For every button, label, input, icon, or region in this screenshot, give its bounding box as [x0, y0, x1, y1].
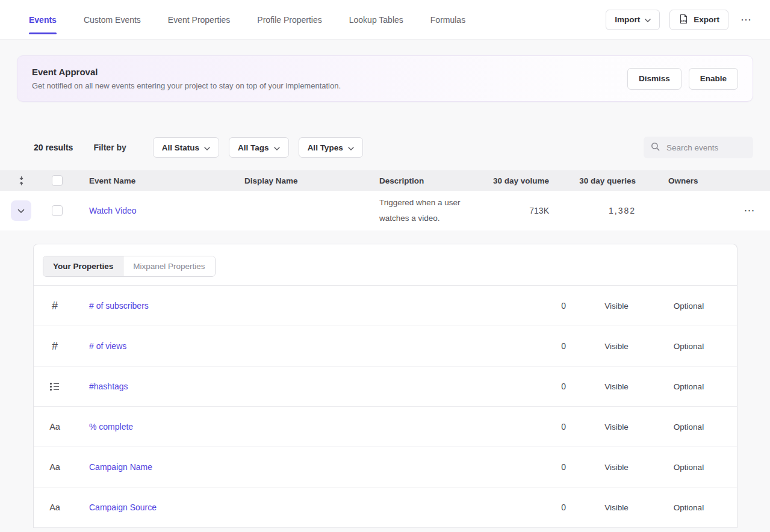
- collapse-rows-icon[interactable]: [0, 176, 42, 185]
- import-label: Import: [615, 15, 640, 24]
- event-name-link[interactable]: Watch Video: [89, 206, 137, 215]
- property-visibility[interactable]: Visible: [580, 463, 653, 472]
- tab-mixpanel-properties[interactable]: Mixpanel Properties: [123, 256, 214, 276]
- event-description: Triggered when a user watches a video.: [362, 195, 477, 226]
- tab-event-properties[interactable]: Event Properties: [168, 13, 231, 27]
- export-csv-icon: csv: [678, 14, 689, 26]
- number-type-icon: [48, 339, 61, 353]
- property-name-link[interactable]: % complete: [76, 422, 502, 431]
- collapse-row-button[interactable]: [11, 200, 31, 221]
- search-events-box: [644, 137, 753, 158]
- tab-events[interactable]: Events: [29, 13, 57, 27]
- banner-text: Event Approval Get notified on all new e…: [32, 67, 341, 90]
- search-icon: [651, 142, 660, 153]
- property-row: Campaign Source 0 Visible Optional: [34, 487, 737, 528]
- property-requirement[interactable]: Optional: [653, 463, 725, 472]
- list-type-icon: [48, 380, 61, 393]
- select-all-checkbox[interactable]: [52, 175, 63, 186]
- property-requirement[interactable]: Optional: [653, 382, 725, 391]
- property-name-link[interactable]: #hashtags: [76, 382, 502, 391]
- property-count: 0: [502, 503, 580, 512]
- properties-panel: Your Properties Mixpanel Properties # of…: [33, 244, 737, 528]
- results-count: 20 results: [34, 143, 73, 152]
- chevron-down-icon: [348, 143, 354, 152]
- text-type-icon: [48, 460, 61, 474]
- column-description: Description: [362, 176, 477, 185]
- property-name-link[interactable]: # of views: [76, 341, 502, 351]
- banner-title: Event Approval: [32, 67, 341, 77]
- event-row: Watch Video Triggered when a user watche…: [0, 191, 770, 230]
- tab-custom-events[interactable]: Custom Events: [84, 13, 141, 27]
- column-event-name: Event Name: [72, 176, 228, 185]
- enable-button[interactable]: Enable: [689, 68, 738, 90]
- tab-lookup-tables[interactable]: Lookup Tables: [349, 13, 403, 27]
- property-count: 0: [502, 382, 580, 391]
- property-count: 0: [502, 341, 580, 351]
- event-queries: 1,382: [554, 206, 638, 215]
- property-row: Campaign Name 0 Visible Optional: [34, 447, 737, 487]
- column-display-name: Display Name: [228, 176, 362, 185]
- property-name-link[interactable]: Campaign Name: [76, 462, 502, 472]
- property-visibility[interactable]: Visible: [580, 342, 653, 351]
- property-requirement[interactable]: Optional: [653, 422, 725, 431]
- property-visibility[interactable]: Visible: [580, 382, 653, 391]
- tab-profile-properties[interactable]: Profile Properties: [257, 13, 321, 27]
- property-name-link[interactable]: # of subscribers: [76, 301, 502, 311]
- property-visibility[interactable]: Visible: [580, 302, 653, 311]
- status-filter-label: All Status: [162, 143, 199, 152]
- column-30-day-queries: 30 day queries: [554, 176, 638, 185]
- property-name-link[interactable]: Campaign Source: [76, 503, 502, 512]
- property-visibility[interactable]: Visible: [580, 503, 653, 512]
- tab-formulas[interactable]: Formulas: [430, 13, 465, 27]
- property-requirement[interactable]: Optional: [653, 342, 725, 351]
- property-count: 0: [502, 462, 580, 472]
- number-type-icon: [48, 299, 61, 312]
- row-checkbox[interactable]: [52, 205, 63, 216]
- column-owners: Owners: [638, 176, 724, 185]
- filter-row: 20 results Filter by All Status All Tags…: [17, 137, 753, 158]
- svg-text:csv: csv: [681, 18, 687, 22]
- filter-by-label: Filter by: [93, 143, 126, 152]
- banner-actions: Dismiss Enable: [627, 68, 738, 90]
- event-approval-banner: Event Approval Get notified on all new e…: [17, 55, 753, 102]
- events-table-header: Event Name Display Name Description 30 d…: [0, 170, 770, 191]
- property-requirement[interactable]: Optional: [653, 302, 725, 311]
- chevron-down-icon: [645, 15, 651, 24]
- export-label: Export: [694, 15, 719, 24]
- column-30-day-volume: 30 day volume: [477, 176, 554, 185]
- search-input[interactable]: [665, 143, 746, 153]
- properties-tab-group: Your Properties Mixpanel Properties: [43, 256, 216, 277]
- property-row: % complete 0 Visible Optional: [34, 407, 737, 447]
- banner-description: Get notified on all new events entering …: [32, 81, 341, 90]
- property-row: #hashtags 0 Visible Optional: [34, 367, 737, 407]
- types-filter-dropdown[interactable]: All Types: [299, 137, 363, 158]
- more-options-button[interactable]: ⋯: [738, 13, 754, 26]
- lexicon-tabs: Events Custom Events Event Properties Pr…: [16, 13, 465, 27]
- status-filter-dropdown[interactable]: All Status: [153, 137, 219, 158]
- property-count: 0: [502, 301, 580, 311]
- types-filter-label: All Types: [308, 143, 343, 152]
- text-type-icon: [48, 501, 61, 514]
- text-type-icon: [48, 420, 61, 433]
- tags-filter-dropdown[interactable]: All Tags: [229, 137, 289, 158]
- chevron-down-icon: [17, 206, 25, 215]
- property-row: # of subscribers 0 Visible Optional: [34, 286, 737, 326]
- export-button[interactable]: csv Export: [669, 10, 728, 30]
- chevron-down-icon: [274, 143, 280, 152]
- properties-tabbar: Your Properties Mixpanel Properties: [34, 244, 737, 286]
- dismiss-button[interactable]: Dismiss: [627, 68, 682, 90]
- property-visibility[interactable]: Visible: [580, 422, 653, 431]
- tags-filter-label: All Tags: [238, 143, 269, 152]
- chevron-down-icon: [204, 143, 210, 152]
- top-navigation: Events Custom Events Event Properties Pr…: [0, 0, 770, 40]
- tab-your-properties[interactable]: Your Properties: [43, 256, 123, 276]
- event-volume: 713K: [477, 206, 554, 215]
- import-button[interactable]: Import: [606, 10, 660, 30]
- property-count: 0: [502, 422, 580, 431]
- nav-actions: Import csv Export ⋯: [606, 10, 754, 30]
- property-row: # of views 0 Visible Optional: [34, 326, 737, 367]
- property-requirement[interactable]: Optional: [653, 503, 725, 512]
- row-more-button[interactable]: ⋯: [724, 203, 770, 218]
